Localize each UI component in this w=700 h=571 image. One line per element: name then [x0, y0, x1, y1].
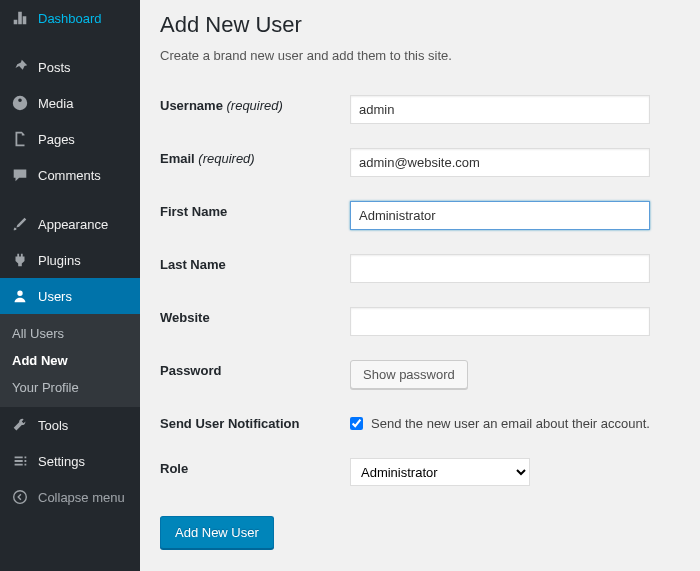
sidebar-item-media[interactable]: Media — [0, 85, 140, 121]
svg-point-0 — [14, 491, 27, 504]
collapse-label: Collapse menu — [38, 490, 125, 505]
collapse-icon — [10, 487, 30, 507]
plugin-icon — [10, 250, 30, 270]
sidebar-item-tools[interactable]: Tools — [0, 407, 140, 443]
sidebar-label: Settings — [38, 454, 85, 469]
sidebar-item-posts[interactable]: Posts — [0, 49, 140, 85]
dashboard-icon — [10, 8, 30, 28]
main-content: Add New User Create a brand new user and… — [140, 0, 700, 571]
page-subtitle: Create a brand new user and add them to … — [160, 48, 680, 63]
sidebar-item-dashboard[interactable]: Dashboard — [0, 0, 140, 36]
users-icon — [10, 286, 30, 306]
users-submenu: All Users Add New Your Profile — [0, 314, 140, 407]
show-password-button[interactable]: Show password — [350, 360, 468, 389]
last-name-input[interactable] — [350, 254, 650, 283]
sidebar-label: Tools — [38, 418, 68, 433]
add-new-user-button[interactable]: Add New User — [160, 516, 274, 549]
sidebar-label: Appearance — [38, 217, 108, 232]
submenu-your-profile[interactable]: Your Profile — [0, 374, 140, 401]
sidebar-label: Posts — [38, 60, 71, 75]
sidebar-label: Dashboard — [38, 11, 102, 26]
sidebar-item-settings[interactable]: Settings — [0, 443, 140, 479]
media-icon — [10, 93, 30, 113]
notify-checkbox[interactable] — [350, 417, 363, 430]
comment-icon — [10, 165, 30, 185]
collapse-menu[interactable]: Collapse menu — [0, 479, 140, 515]
website-label: Website — [160, 295, 350, 348]
sidebar-item-users[interactable]: Users — [0, 278, 140, 314]
email-label: Email (required) — [160, 136, 350, 189]
settings-icon — [10, 451, 30, 471]
username-label: Username (required) — [160, 83, 350, 136]
notify-label: Send User Notification — [160, 401, 350, 446]
user-form: Username (required) Email (required) Fir… — [160, 83, 680, 498]
sidebar-label: Users — [38, 289, 72, 304]
notify-description: Send the new user an email about their a… — [371, 416, 650, 431]
website-input[interactable] — [350, 307, 650, 336]
sidebar-label: Comments — [38, 168, 101, 183]
sidebar-label: Media — [38, 96, 73, 111]
admin-sidebar: Dashboard Posts Media Pages Comments App… — [0, 0, 140, 571]
sidebar-label: Plugins — [38, 253, 81, 268]
first-name-label: First Name — [160, 189, 350, 242]
last-name-label: Last Name — [160, 242, 350, 295]
pages-icon — [10, 129, 30, 149]
sidebar-item-appearance[interactable]: Appearance — [0, 206, 140, 242]
first-name-input[interactable] — [350, 201, 650, 230]
email-input[interactable] — [350, 148, 650, 177]
role-select[interactable]: Administrator — [350, 458, 530, 486]
username-input[interactable] — [350, 95, 650, 124]
brush-icon — [10, 214, 30, 234]
submenu-all-users[interactable]: All Users — [0, 320, 140, 347]
submenu-add-new[interactable]: Add New — [0, 347, 140, 374]
sidebar-item-plugins[interactable]: Plugins — [0, 242, 140, 278]
role-label: Role — [160, 446, 350, 498]
sidebar-label: Pages — [38, 132, 75, 147]
page-title: Add New User — [160, 12, 680, 38]
tools-icon — [10, 415, 30, 435]
sidebar-item-pages[interactable]: Pages — [0, 121, 140, 157]
pin-icon — [10, 57, 30, 77]
sidebar-item-comments[interactable]: Comments — [0, 157, 140, 193]
password-label: Password — [160, 348, 350, 401]
